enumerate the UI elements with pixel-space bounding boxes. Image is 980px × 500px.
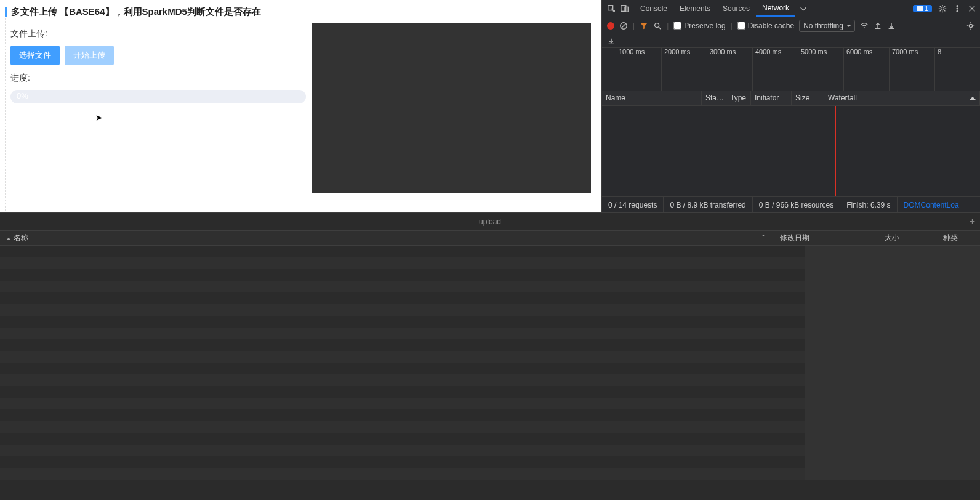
tick-4000: 4000 ms [752, 48, 798, 60]
folder-title: upload [479, 217, 501, 226]
preview-box [312, 23, 591, 193]
tick-5000: 5000 ms [798, 48, 843, 60]
filter-icon[interactable] [640, 22, 648, 30]
list-item [0, 409, 805, 421]
search-icon[interactable] [653, 22, 662, 30]
col-size[interactable]: Size [792, 91, 816, 105]
add-folder-icon[interactable]: + [970, 216, 975, 227]
network-settings-icon[interactable] [966, 22, 975, 30]
tab-network[interactable]: Network [756, 0, 795, 17]
issues-badge[interactable]: 1 [913, 5, 932, 12]
sort-asc-icon [970, 94, 976, 100]
settings-icon[interactable] [938, 4, 947, 13]
list-item [0, 386, 805, 398]
close-devtools-icon[interactable] [968, 4, 976, 13]
svg-point-9 [655, 23, 659, 27]
record-button[interactable] [607, 22, 614, 30]
choose-file-button[interactable]: 选择文件 [10, 46, 60, 65]
webpage-pane: 多文件上传 【BASE64】，利用SparkMD5判断文件是否存在 文件上传: … [0, 0, 601, 212]
clear-icon[interactable] [619, 22, 628, 30]
col-status[interactable]: Sta… [702, 91, 726, 105]
status-requests: 0 / 14 requests [602, 197, 664, 212]
wifi-icon[interactable] [860, 22, 869, 30]
devtools-panel: Console Elements Sources Network 1 [601, 0, 980, 212]
list-item [0, 374, 805, 386]
download-small-icon[interactable] [607, 37, 616, 46]
kebab-menu-icon[interactable] [953, 4, 962, 13]
tab-sources[interactable]: Sources [717, 0, 756, 17]
cursor-icon: ➤ [95, 113, 103, 123]
file-browser-panel: upload + 名称 ˄ 修改日期 大小 种类 [0, 212, 980, 500]
file-list [0, 246, 805, 480]
start-upload-button[interactable]: 开始上传 [65, 46, 114, 65]
more-tabs-icon[interactable] [799, 4, 808, 13]
col-waterfall[interactable]: Waterfall [824, 91, 980, 105]
list-item [0, 316, 805, 328]
list-item [0, 363, 805, 374]
svg-point-10 [969, 24, 972, 27]
throttling-select[interactable]: No throttling [799, 20, 855, 32]
list-item [0, 456, 805, 468]
status-domcontentloaded[interactable]: DOMContentLoa [898, 197, 965, 212]
filecol-name[interactable]: 名称 ˄ [0, 233, 774, 243]
tick-2000: 2000 ms [661, 48, 707, 60]
list-item [0, 328, 805, 339]
tick-3000: 3000 ms [707, 48, 752, 60]
upload-har-icon[interactable] [874, 22, 882, 30]
svg-point-7 [957, 10, 958, 12]
list-item [0, 433, 805, 445]
upload-label: 文件上传: [10, 28, 306, 39]
svg-point-6 [957, 8, 958, 9]
request-table-body [602, 106, 980, 196]
tab-elements[interactable]: Elements [673, 0, 717, 17]
list-item [0, 269, 805, 281]
list-item [0, 468, 805, 480]
filecol-kind[interactable]: 种类 [937, 233, 980, 243]
list-item [0, 351, 805, 363]
network-timeline[interactable]: 1000 ms 2000 ms 3000 ms 4000 ms 5000 ms … [602, 48, 980, 91]
svg-rect-3 [917, 6, 923, 11]
list-item [0, 421, 805, 433]
col-name[interactable]: Name [602, 91, 702, 105]
status-finish: Finish: 6.39 s [840, 197, 897, 212]
tick-8000: 8 [934, 48, 980, 60]
download-har-icon[interactable] [887, 22, 896, 30]
list-item [0, 281, 805, 292]
load-marker-line [835, 106, 836, 196]
tab-console[interactable]: Console [634, 0, 673, 17]
svg-point-4 [941, 7, 944, 10]
tick-1000: 1000 ms [616, 48, 661, 60]
device-toggle-icon[interactable] [621, 4, 629, 13]
list-item [0, 398, 805, 409]
list-item [0, 339, 805, 351]
list-item [0, 445, 805, 456]
col-type[interactable]: Type [726, 91, 751, 105]
chevron-up-icon: ˄ [761, 234, 765, 243]
list-item [0, 292, 805, 304]
progress-text: 0% [17, 91, 28, 100]
disable-cache-checkbox[interactable]: Disable cache [737, 22, 794, 30]
filecol-date[interactable]: 修改日期 [774, 233, 878, 243]
page-title: 多文件上传 【BASE64】，利用SparkMD5判断文件是否存在 [11, 6, 261, 18]
request-table-header[interactable]: Name Sta… Type Initiator Size Waterfall [602, 91, 980, 106]
col-initiator[interactable]: Initiator [751, 91, 792, 105]
list-item [0, 257, 805, 269]
inspect-icon[interactable] [607, 4, 616, 13]
tick-7000: 7000 ms [889, 48, 934, 60]
status-transferred: 0 B / 8.9 kB transferred [664, 197, 752, 212]
filecol-size[interactable]: 大小 [878, 233, 937, 243]
list-item [0, 304, 805, 316]
list-item [0, 246, 805, 257]
progress-bar: 0% [10, 90, 306, 103]
preserve-log-checkbox[interactable]: Preserve log [673, 22, 725, 30]
sort-indicator-icon [6, 235, 11, 240]
tick-6000: 6000 ms [843, 48, 889, 60]
devtools-status-bar: 0 / 14 requests 0 B / 8.9 kB transferred… [602, 196, 980, 212]
svg-point-5 [957, 5, 958, 6]
issues-count: 1 [925, 5, 928, 12]
title-accent-bar [5, 7, 7, 17]
status-resources: 0 B / 966 kB resources [753, 197, 840, 212]
progress-label: 进度: [10, 73, 306, 84]
file-preview-pane [805, 246, 980, 480]
